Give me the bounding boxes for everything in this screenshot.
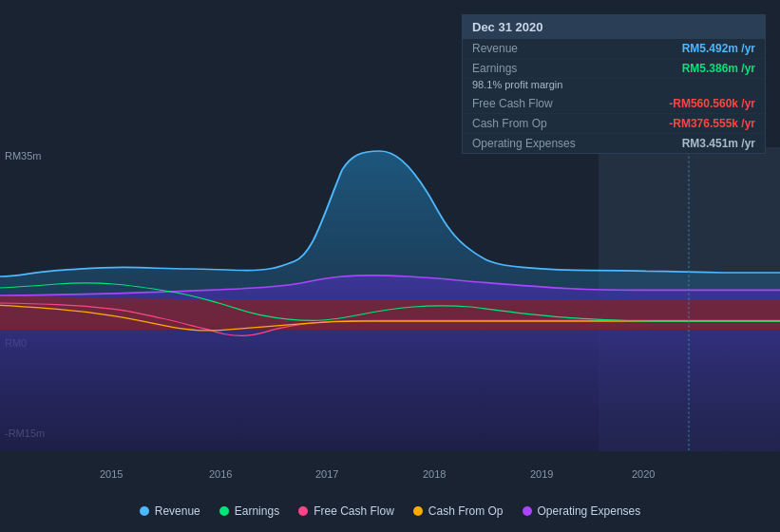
tooltip-title: Dec 31 2020 — [463, 15, 765, 39]
legend-label-cfo: Cash From Op — [428, 504, 504, 518]
tooltip-label-opex: Operating Expenses — [472, 137, 576, 150]
x-label-2018: 2018 — [423, 468, 446, 480]
opex-area — [0, 295, 780, 330]
tooltip-value-revenue: RM5.492m /yr — [682, 42, 755, 55]
legend-item-revenue[interactable]: Revenue — [140, 504, 200, 518]
legend-item-opex[interactable]: Operating Expenses — [523, 504, 641, 518]
tooltip-profit-margin: 98.1% profit margin — [463, 79, 765, 94]
legend-item-fcf[interactable]: Free Cash Flow — [298, 504, 394, 518]
tooltip: Dec 31 2020 Revenue RM5.492m /yr Earning… — [462, 14, 766, 154]
x-label-2017: 2017 — [315, 468, 338, 480]
tooltip-label-earnings: Earnings — [472, 62, 517, 75]
legend: Revenue Earnings Free Cash Flow Cash Fro… — [0, 504, 780, 518]
tooltip-row-opex: Operating Expenses RM3.451m /yr — [463, 134, 765, 153]
tooltip-value-earnings: RM5.386m /yr — [682, 62, 755, 75]
legend-item-earnings[interactable]: Earnings — [219, 504, 279, 518]
tooltip-label-revenue: Revenue — [472, 42, 518, 55]
tooltip-row-earnings: Earnings RM5.386m /yr — [463, 59, 765, 79]
legend-label-opex: Operating Expenses — [538, 504, 641, 518]
legend-label-earnings: Earnings — [235, 504, 279, 518]
legend-label-fcf: Free Cash Flow — [314, 504, 394, 518]
legend-dot-cfo — [413, 506, 423, 516]
legend-dot-opex — [523, 506, 532, 516]
legend-label-revenue: Revenue — [155, 504, 200, 518]
x-label-2016: 2016 — [209, 468, 232, 480]
legend-dot-revenue — [140, 506, 149, 516]
legend-dot-earnings — [219, 506, 229, 516]
tooltip-value-fcf: -RM560.560k /yr — [669, 97, 755, 110]
tooltip-label-fcf: Free Cash Flow — [472, 97, 553, 110]
tooltip-row-revenue: Revenue RM5.492m /yr — [463, 39, 765, 59]
legend-item-cfo[interactable]: Cash From Op — [413, 504, 504, 518]
tooltip-value-opex: RM3.451m /yr — [682, 137, 755, 150]
tooltip-row-fcf: Free Cash Flow -RM560.560k /yr — [463, 94, 765, 114]
x-label-2015: 2015 — [100, 468, 123, 480]
tooltip-label-cfo: Cash From Op — [472, 117, 547, 130]
x-label-2020: 2020 — [632, 468, 655, 480]
x-label-2019: 2019 — [530, 468, 553, 480]
tooltip-row-cfo: Cash From Op -RM376.555k /yr — [463, 114, 765, 134]
legend-dot-fcf — [298, 506, 308, 516]
main-chart — [0, 147, 780, 451]
tooltip-value-cfo: -RM376.555k /yr — [669, 117, 755, 130]
chart-container: Dec 31 2020 Revenue RM5.492m /yr Earning… — [0, 0, 780, 532]
